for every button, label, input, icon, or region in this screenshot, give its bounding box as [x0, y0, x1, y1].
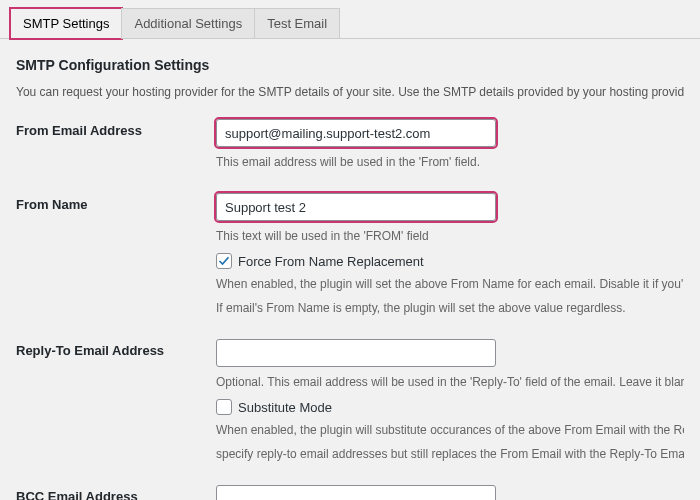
field-row-bcc: BCC Email Address Optional. This email a… — [16, 485, 684, 500]
force-from-name-checkbox-label: Force From Name Replacement — [238, 254, 424, 269]
from-email-input[interactable] — [216, 119, 496, 147]
substitute-mode-checkbox[interactable] — [216, 399, 232, 415]
from-email-hint: This email address will be used in the '… — [216, 153, 684, 171]
tab-test-email[interactable]: Test Email — [254, 8, 340, 39]
tab-additional-settings[interactable]: Additional Settings — [121, 8, 255, 39]
from-name-input[interactable] — [216, 193, 496, 221]
force-from-name-row: Force From Name Replacement — [216, 253, 684, 269]
bcc-label: BCC Email Address — [16, 485, 216, 500]
from-name-label: From Name — [16, 193, 216, 212]
from-email-field-wrap: This email address will be used in the '… — [216, 119, 684, 171]
settings-tabs: SMTP Settings Additional Settings Test E… — [0, 0, 700, 39]
tab-smtp-settings[interactable]: SMTP Settings — [10, 8, 122, 39]
from-name-field-wrap: This text will be used in the 'FROM' fie… — [216, 193, 684, 317]
field-row-reply-to: Reply-To Email Address Optional. This em… — [16, 339, 684, 463]
check-icon — [218, 255, 230, 267]
bcc-field-wrap: Optional. This email address will be use… — [216, 485, 684, 500]
reply-to-input[interactable] — [216, 339, 496, 367]
section-title: SMTP Configuration Settings — [16, 57, 684, 73]
from-email-label: From Email Address — [16, 119, 216, 138]
force-from-name-hint1: When enabled, the plugin will set the ab… — [216, 275, 684, 293]
substitute-mode-row: Substitute Mode — [216, 399, 684, 415]
section-intro: You can request your hosting provider fo… — [16, 83, 684, 101]
bcc-input[interactable] — [216, 485, 496, 500]
reply-to-field-wrap: Optional. This email address will be use… — [216, 339, 684, 463]
substitute-mode-hint1: When enabled, the plugin will substitute… — [216, 421, 684, 439]
force-from-name-checkbox[interactable] — [216, 253, 232, 269]
field-row-from-name: From Name This text will be used in the … — [16, 193, 684, 317]
reply-to-label: Reply-To Email Address — [16, 339, 216, 358]
reply-to-hint: Optional. This email address will be use… — [216, 373, 684, 391]
substitute-mode-hint2: specify reply-to email addresses but sti… — [216, 445, 684, 463]
from-name-hint: This text will be used in the 'FROM' fie… — [216, 227, 684, 245]
field-row-from-email: From Email Address This email address wi… — [16, 119, 684, 171]
force-from-name-hint2: If email's From Name is empty, the plugi… — [216, 299, 684, 317]
settings-panel: SMTP Configuration Settings You can requ… — [0, 38, 700, 500]
substitute-mode-checkbox-label: Substitute Mode — [238, 400, 332, 415]
